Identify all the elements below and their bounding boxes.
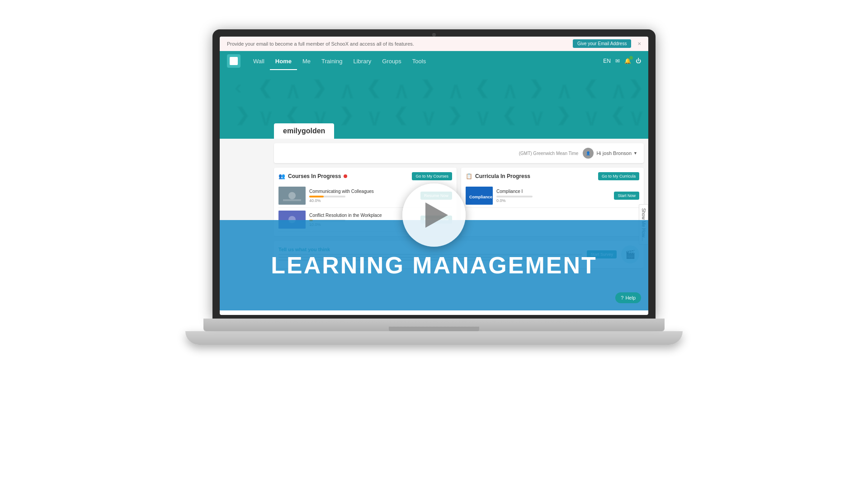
svg-text:∧: ∧: [285, 78, 302, 103]
laptop-shadow: [185, 331, 683, 345]
laptop-frame: Provide your email to become a full memb…: [194, 29, 674, 459]
notification-badge: [629, 56, 633, 60]
help-button[interactable]: ? Help: [615, 292, 641, 303]
nav-right: EN ✉ 🔔 ⏻: [603, 58, 641, 64]
svg-text:∨: ∨: [628, 105, 645, 130]
svg-text:∧: ∧: [339, 78, 356, 103]
svg-text:∨: ∨: [366, 105, 383, 130]
svg-text:∧: ∧: [448, 78, 464, 103]
nav-link-me[interactable]: Me: [297, 52, 316, 70]
svg-text:❯: ❯: [556, 104, 571, 125]
nav-bar: Wall Home Me Training Library Groups Too…: [220, 51, 648, 71]
notification-bar: Provide your email to become a full memb…: [220, 37, 648, 51]
nav-links: Wall Home Me Training Library Groups Too…: [248, 52, 603, 70]
hero-username: emilygolden: [274, 123, 334, 139]
nav-link-training[interactable]: Training: [316, 52, 348, 70]
svg-text:❯: ❯: [235, 104, 250, 125]
svg-text:∧: ∧: [393, 78, 410, 103]
svg-text:∨: ∨: [420, 105, 437, 130]
svg-text:∨: ∨: [258, 105, 274, 130]
svg-text:❮: ❮: [366, 77, 382, 98]
svg-text:‹: ‹: [235, 77, 241, 97]
notification-actions: Give your Email Address ×: [573, 39, 641, 48]
svg-text:❮: ❮: [610, 104, 626, 125]
svg-text:∧: ∧: [502, 78, 519, 103]
svg-text:❯: ❯: [529, 77, 544, 98]
screen-bezel: Provide your email to become a full memb…: [212, 29, 656, 319]
nav-power-icon[interactable]: ⏻: [636, 58, 641, 64]
svg-text:∨: ∨: [475, 105, 491, 130]
svg-text:❯: ❯: [339, 104, 354, 125]
nav-link-groups[interactable]: Groups: [377, 52, 407, 70]
svg-text:∨: ∨: [529, 105, 546, 130]
play-button[interactable]: [402, 183, 466, 247]
nav-link-library[interactable]: Library: [348, 52, 377, 70]
svg-text:❯: ❯: [312, 77, 327, 98]
nav-link-wall[interactable]: Wall: [248, 52, 270, 70]
svg-text:∧: ∧: [610, 78, 627, 103]
hero-section: ‹ ❮ ∧ ❯ ∧ ❮ ∧ ❯ ∧ ❮ ∧ ❯ ∧ ❮ ∧: [220, 71, 648, 139]
svg-text:∧: ∧: [556, 78, 573, 103]
svg-text:❮: ❮: [285, 104, 300, 125]
svg-text:❯: ❯: [628, 77, 644, 98]
logo[interactable]: [227, 54, 241, 68]
play-icon: [425, 202, 448, 228]
learning-management-title: LEARNING MANAGEMENT: [271, 252, 597, 279]
play-button-container: [402, 183, 466, 247]
svg-text:❮: ❮: [475, 77, 490, 98]
notification-message: Provide your email to become a full memb…: [227, 41, 414, 47]
svg-text:∨: ∨: [583, 105, 600, 130]
laptop-base: [203, 319, 665, 331]
screen-content: Provide your email to become a full memb…: [220, 37, 648, 315]
svg-text:❮: ❮: [583, 77, 599, 98]
give-email-button[interactable]: Give your Email Address: [573, 39, 632, 48]
svg-text:❮: ❮: [502, 104, 517, 125]
svg-text:❮: ❮: [393, 104, 409, 125]
svg-text:❯: ❯: [448, 104, 463, 125]
nav-language[interactable]: EN: [603, 58, 611, 64]
nav-link-home[interactable]: Home: [270, 52, 297, 70]
nav-mail-icon[interactable]: ✉: [615, 58, 620, 64]
svg-text:❯: ❯: [420, 77, 436, 98]
logo-inner: [230, 57, 238, 65]
nav-link-tools[interactable]: Tools: [407, 52, 431, 70]
close-notification-button[interactable]: ×: [637, 40, 641, 47]
nav-notification-icon[interactable]: 🔔: [624, 58, 631, 64]
help-icon: ?: [621, 295, 623, 300]
svg-text:❮: ❮: [258, 77, 273, 98]
help-label: Help: [625, 295, 636, 300]
